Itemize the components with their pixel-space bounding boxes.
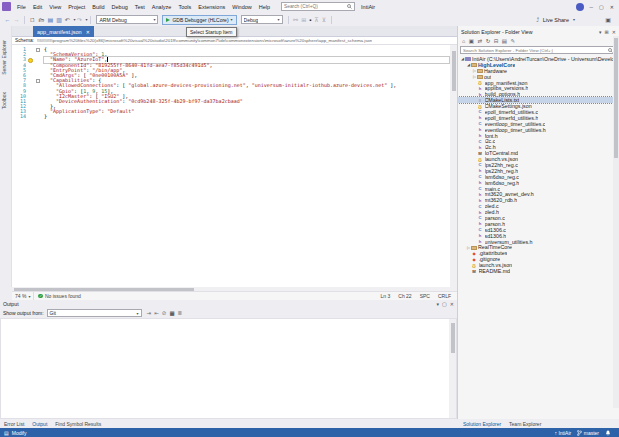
collapse-all-icon[interactable]: ⊟ xyxy=(494,38,499,44)
code-line[interactable]: } xyxy=(44,114,449,119)
solution-explorer-search-box[interactable]: Search Solution Explorer - Folder View (… xyxy=(460,46,616,54)
arrow-up-icon: ↑ xyxy=(554,430,557,436)
quick-action-lightbulb-icon[interactable] xyxy=(28,58,33,63)
minimize-icon[interactable]: ─ xyxy=(590,4,594,10)
maximize-icon[interactable]: ▢ xyxy=(599,4,604,10)
spaces-indicator[interactable]: SPC xyxy=(420,293,430,299)
redo-dropdown-icon[interactable]: ▾ xyxy=(85,17,87,22)
menu-item[interactable]: View xyxy=(46,3,64,11)
navigate-forward-icon[interactable]: → xyxy=(14,15,20,25)
solution-configuration-dropdown[interactable]: ARM Debug▾ xyxy=(96,15,158,24)
debug-target-dropdown[interactable]: Debug▾ xyxy=(241,15,283,24)
clear-all-icon[interactable]: ⊘ xyxy=(162,310,167,316)
bottom-panel-tabs: Error ListOutputFind Symbol Results xyxy=(0,421,105,427)
save-icon[interactable]: ▤ xyxy=(48,15,54,25)
save-all-icon[interactable]: ▥ xyxy=(56,15,62,25)
refresh-icon[interactable]: ↻ xyxy=(486,38,491,44)
output-source-dropdown[interactable]: Git▾ xyxy=(47,309,142,317)
toolbox-vertical-tab[interactable]: Toolbox xyxy=(1,92,7,109)
live-share-button[interactable]: ⤴ Live Share ▾ xyxy=(535,13,575,26)
solution-explorer-panel: Solution Explorer - Folder View ▾ ⊞ ✕ ⌂ … xyxy=(457,26,619,419)
undo-icon[interactable]: ↶ xyxy=(65,15,70,25)
run-dropdown-icon[interactable]: ▾ xyxy=(231,17,233,22)
close-panel-icon[interactable]: ✕ xyxy=(450,301,454,307)
fold-marker[interactable] xyxy=(36,79,40,83)
server-explorer-vertical-tab[interactable]: Server Explorer xyxy=(1,40,7,75)
output-content[interactable] xyxy=(0,318,457,419)
menu-item[interactable]: Window xyxy=(229,3,255,11)
menu-item[interactable]: Analyze xyxy=(149,3,175,11)
document-health-indicator[interactable]: ✓ No issues found xyxy=(34,293,84,299)
solution-explorer-header[interactable]: Solution Explorer - Folder View ▾ ⊞ ✕ xyxy=(458,27,619,36)
line-number-gutter[interactable]: 1234567891011121314 xyxy=(12,47,26,120)
h-file-icon: h xyxy=(477,168,483,173)
undo-dropdown-icon[interactable]: ▾ xyxy=(73,17,75,22)
zoom-dropdown[interactable]: 74 %▾ xyxy=(12,292,34,300)
close-icon[interactable]: ✕ xyxy=(610,4,614,10)
navigate-backward-icon[interactable]: ← xyxy=(5,15,11,25)
attach-icon[interactable]: ⚯ xyxy=(293,15,298,25)
start-debugging-button[interactable]: GDB Debugger (HLCore) ▾ xyxy=(162,15,236,25)
redo-icon[interactable]: ↷ xyxy=(77,15,82,25)
right-panel-tab[interactable]: Solution Explorer xyxy=(459,421,505,427)
menu-item[interactable]: Debug xyxy=(109,3,131,11)
menu-item[interactable]: Extensions xyxy=(195,3,228,11)
goto-previous-message-icon[interactable]: ⇤ xyxy=(154,310,159,316)
maximize-panel-icon[interactable]: ▢ xyxy=(442,301,447,307)
find-message-icon[interactable]: ⇥ xyxy=(147,310,152,316)
branch-selector[interactable]: master xyxy=(577,430,599,436)
editor-vertical-scrollbar[interactable] xyxy=(450,45,457,287)
c-file-icon: C xyxy=(477,139,483,144)
code-area[interactable]: { "SchemaVersion": 1, "Name": "AzureIoT"… xyxy=(44,47,449,120)
search-box[interactable]: Search (Ctrl+Q) xyxy=(281,2,355,11)
solution-explorer-scrollbar[interactable] xyxy=(613,36,619,408)
menu-item[interactable]: Test xyxy=(132,3,148,11)
schema-selector-bar[interactable]: Schema: \\\\\\\\\\\\\program%20files%20(… xyxy=(12,37,457,45)
menu-item[interactable]: Build xyxy=(89,3,107,11)
open-file-icon[interactable]: 🗁 xyxy=(39,15,45,25)
right-panel-tab[interactable]: Team Explorer xyxy=(505,421,545,427)
new-file-icon[interactable]: 🗋 xyxy=(30,15,36,25)
menu-item[interactable]: Edit xyxy=(30,3,45,11)
user-avatar[interactable] xyxy=(576,3,584,11)
autoscroll-icon[interactable]: ≣ xyxy=(178,310,183,316)
tab-close-icon[interactable]: ✕ xyxy=(86,29,90,35)
switch-views-icon[interactable]: ⌂ xyxy=(462,38,465,44)
git-file-icon: ◆ xyxy=(471,257,477,262)
breakpoint-icon[interactable]: ▪ xyxy=(309,15,311,25)
feedback-icon[interactable]: ▣ xyxy=(605,16,611,23)
window-position-icon[interactable]: ▾ xyxy=(599,29,602,35)
close-panel-icon[interactable]: ✕ xyxy=(612,29,616,35)
pending-changes-filter-icon[interactable]: ▣ xyxy=(469,38,474,44)
menu-item[interactable]: Project xyxy=(65,3,88,11)
push-status[interactable]: ↑ IntiAir xyxy=(554,430,571,436)
menu-item[interactable]: Help xyxy=(256,3,273,11)
find-in-files-icon[interactable]: ⊞ xyxy=(301,15,306,25)
pin-icon[interactable]: ⊞ xyxy=(605,29,609,35)
word-wrap-icon[interactable]: ▦ xyxy=(169,310,174,316)
code-editor[interactable]: 1234567891011121314 { "SchemaVersion": 1… xyxy=(12,45,457,287)
notifications-bell-icon[interactable] xyxy=(605,430,611,436)
live-share-dropdown-icon[interactable]: ▾ xyxy=(573,17,575,22)
line-indicator[interactable]: Ln 3 xyxy=(381,293,391,299)
eol-indicator[interactable]: CRLF xyxy=(438,293,451,299)
properties-icon[interactable]: ✎ xyxy=(511,38,516,44)
tree-item[interactable]: MREADME.md xyxy=(458,268,613,274)
step-over-icon[interactable]: ⊼ xyxy=(314,15,318,25)
tab-app-manifest-json[interactable]: app_manifest.json ✕ xyxy=(33,26,94,37)
sync-with-active-document-icon[interactable]: ⇄ xyxy=(478,38,483,44)
fold-marker[interactable] xyxy=(36,48,40,52)
show-all-files-icon[interactable]: ▤ xyxy=(502,38,507,44)
step-into-icon[interactable]: ⊻ xyxy=(322,15,326,25)
bottom-panel-tab[interactable]: Output xyxy=(28,421,51,427)
panel-drag-handle[interactable] xyxy=(23,304,433,306)
menu-item[interactable]: Tools xyxy=(175,3,194,11)
h-file-icon: h xyxy=(477,133,483,138)
bottom-panel-tab[interactable]: Find Symbol Results xyxy=(51,421,105,427)
h-file-icon: h xyxy=(477,239,483,244)
window-position-icon[interactable]: ▾ xyxy=(437,301,440,307)
output-scrollbar[interactable] xyxy=(449,319,456,418)
menu-item[interactable]: File xyxy=(14,3,29,11)
column-indicator[interactable]: Ch 22 xyxy=(398,293,411,299)
bottom-panel-tab[interactable]: Error List xyxy=(0,421,28,427)
